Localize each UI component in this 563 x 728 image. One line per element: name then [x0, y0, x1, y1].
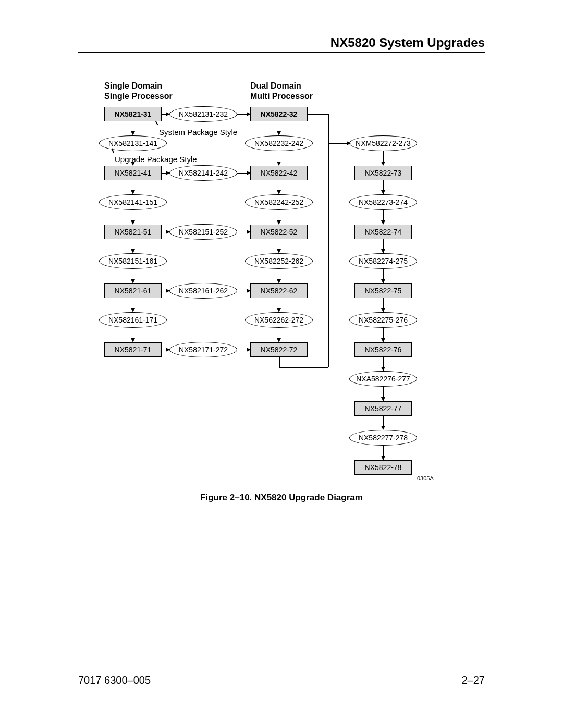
- node-c1r2: NX5821-41: [104, 166, 162, 180]
- page: NX5820 System Upgrades Single Domain Sin…: [0, 0, 563, 728]
- arrow-c1e2-c1r3: [133, 210, 133, 224]
- legend-system-label: System Package Style: [159, 128, 237, 137]
- node-c4e5: NXA582276-277: [349, 371, 417, 387]
- arrow-c3e2-c3r3: [279, 210, 279, 224]
- node-c2e3: NX582151-252: [169, 224, 237, 240]
- footer-page-number: 2–27: [462, 674, 485, 686]
- legend-upgrade-label: Upgrade Package Style: [115, 155, 197, 164]
- node-c1r5: NX5821-71: [104, 342, 162, 357]
- node-c4r1: NX5822-73: [354, 166, 412, 180]
- arrow-into-c4e1: [328, 143, 350, 144]
- line-c3r5-right: [279, 367, 328, 368]
- arrow-c4r4-c4e5: [383, 357, 384, 371]
- line-c3r1-down: [328, 114, 329, 143]
- arrow-c1r2-c1e2: [133, 180, 133, 194]
- node-c4e4: NX582275-276: [349, 312, 417, 328]
- arrow-c1e1-c1r2: [133, 151, 133, 165]
- node-c1e4: NX582161-171: [99, 312, 167, 328]
- arrow-c3r3-c3e3: [279, 239, 279, 253]
- arrow-c1r3-c1e3: [133, 239, 133, 253]
- node-c4r6: NX5822-78: [354, 460, 412, 475]
- node-c1e1: NX582131-141: [99, 135, 167, 151]
- arrow-c4e1-c4r1: [383, 151, 384, 165]
- arrow-c1r5-c2e5: [162, 350, 169, 350]
- figure-caption: Figure 2–10. NX5820 Upgrade Diagram: [0, 492, 563, 503]
- node-c3r3: NX5822-52: [250, 225, 308, 239]
- col1-title-l2: Single Processor: [104, 92, 173, 101]
- arrow-c4e4-c4r4: [383, 328, 384, 342]
- arrow-c4r5-c4e6: [383, 416, 384, 429]
- legend-system-leader: [155, 121, 158, 125]
- arrow-c4e5-c4r5: [383, 387, 384, 401]
- corner-code: 0305A: [417, 475, 434, 482]
- node-c4r2: NX5822-74: [354, 225, 412, 239]
- node-c1r3: NX5821-51: [104, 225, 162, 239]
- node-c3e2: NX582242-252: [245, 194, 313, 210]
- arrow-c3e4-c3r5: [279, 328, 279, 342]
- arrow-c3e3-c3r4: [279, 269, 279, 283]
- arrow-c1r4-c2e4: [162, 291, 169, 291]
- arrow-c2e1-c3r1: [237, 114, 250, 115]
- col1-title-l1: Single Domain: [104, 81, 162, 90]
- arrow-c4r2-c4e3: [383, 239, 384, 253]
- arrow-c1e4-c1r5: [133, 328, 133, 342]
- node-c3r2: NX5822-42: [250, 166, 308, 180]
- node-c4e1: NXM582272-273: [349, 135, 417, 151]
- arrow-c4e3-c4r3: [383, 269, 384, 283]
- arrow-c4e6-c4r6: [383, 446, 384, 460]
- node-c2e4: NX582161-262: [169, 283, 237, 299]
- node-c4e6: NX582277-278: [349, 430, 417, 446]
- node-c4r3: NX5822-75: [354, 283, 412, 298]
- line-c3r5-down: [279, 357, 280, 367]
- arrow-c4e2-c4r2: [383, 210, 384, 224]
- arrow-c1r1-c1e1: [133, 121, 133, 135]
- node-c1e2: NX582141-151: [99, 194, 167, 210]
- arrow-c1r2-c2e2: [162, 173, 169, 174]
- node-c4r5: NX5822-77: [354, 401, 412, 416]
- node-c1r1: NX5821-31: [104, 107, 162, 121]
- arrow-c2e2-c3r2: [237, 173, 250, 174]
- col3-title-l1: Dual Domain: [250, 81, 301, 90]
- node-c2e1: NX582131-232: [169, 106, 237, 122]
- col1-title: Single Domain Single Processor: [104, 81, 173, 102]
- arrow-c1r1-c2e1: [162, 114, 169, 115]
- node-c3r4: NX5822-62: [250, 283, 308, 298]
- arrow-c1e3-c1r4: [133, 269, 133, 283]
- footer-doc-number: 7017 6300–005: [78, 674, 151, 686]
- arrow-c3r2-c3e2: [279, 180, 279, 194]
- arrow-c3r4-c3e4: [279, 298, 279, 312]
- line-right-rail: [328, 143, 329, 367]
- line-c3r1-right: [308, 114, 328, 115]
- node-c2e5: NX582171-272: [169, 342, 237, 357]
- arrow-c1r3-c2e3: [162, 232, 169, 232]
- node-c1r4: NX5821-61: [104, 283, 162, 298]
- arrow-c2e3-c3r3: [237, 232, 250, 232]
- node-c1e3: NX582151-161: [99, 253, 167, 269]
- header-rule: [78, 52, 485, 53]
- node-c4r4: NX5822-76: [354, 342, 412, 357]
- arrow-c1r4-c1e4: [133, 298, 133, 312]
- node-c3e1: NX582232-242: [245, 135, 313, 151]
- node-c3e3: NX582252-262: [245, 253, 313, 269]
- col3-title-l2: Multi Processor: [250, 92, 313, 101]
- arrow-c3r1-c3e1: [279, 121, 279, 135]
- page-title: NX5820 System Upgrades: [331, 35, 485, 50]
- arrow-c2e5-c3r5: [237, 350, 250, 350]
- arrow-c3e1-c3r2: [279, 151, 279, 165]
- node-c3r5: NX5822-72: [250, 342, 308, 357]
- arrow-c4r3-c4e4: [383, 298, 384, 312]
- node-c2e2: NX582141-242: [169, 165, 237, 181]
- node-c4e2: NX582273-274: [349, 194, 417, 210]
- node-c4e3: NX582274-275: [349, 253, 417, 269]
- node-c3e4: NX562262-272: [245, 312, 313, 328]
- col3-title: Dual Domain Multi Processor: [250, 81, 313, 102]
- node-c3r1: NX5822-32: [250, 107, 308, 121]
- arrow-c4r1-c4e2: [383, 180, 384, 194]
- arrow-c2e4-c3r4: [237, 291, 250, 291]
